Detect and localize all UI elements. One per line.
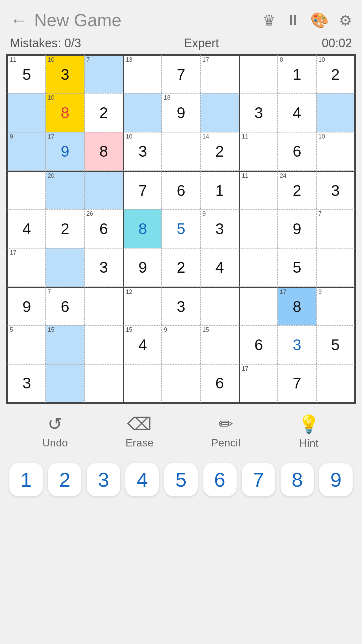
cell-r0c5[interactable]: 17 [200, 55, 239, 93]
num-button-6[interactable]: 6 [203, 463, 237, 496]
cell-r4c0[interactable]: 4 [7, 209, 46, 248]
cell-r6c8[interactable]: 9 [316, 287, 355, 325]
cell-r3c3[interactable]: 7 [123, 171, 162, 209]
cell-r3c0[interactable] [7, 171, 46, 209]
cell-r5c7[interactable]: 5 [278, 248, 316, 287]
pause-icon[interactable]: ⏸ [286, 12, 300, 29]
cell-r3c7[interactable]: 242 [278, 171, 316, 209]
settings-icon[interactable]: ⚙ [339, 12, 352, 29]
cell-r7c3[interactable]: 154 [123, 325, 162, 364]
cell-r7c8[interactable]: 5 [316, 325, 355, 364]
cell-r8c7[interactable]: 7 [278, 364, 316, 403]
cell-r0c3[interactable]: 13 [123, 55, 162, 93]
cell-r1c3[interactable] [123, 93, 162, 132]
cell-r0c6[interactable] [239, 55, 278, 93]
cell-r6c7[interactable]: 178 [278, 287, 316, 325]
cell-r8c4[interactable] [162, 364, 200, 403]
cell-r8c8[interactable] [316, 364, 355, 403]
cell-r4c3[interactable]: 8 [123, 209, 162, 248]
cell-r5c5[interactable]: 4 [200, 248, 239, 287]
cell-r2c3[interactable]: 103 [123, 132, 162, 171]
cell-r4c6[interactable] [239, 209, 278, 248]
cell-r7c2[interactable] [84, 325, 123, 364]
cell-r7c1[interactable]: 15 [46, 325, 84, 364]
cell-r3c8[interactable]: 3 [316, 171, 355, 209]
cell-r3c5[interactable]: 1 [200, 171, 239, 209]
cell-r2c1[interactable]: 179 [46, 132, 84, 171]
cell-r2c2[interactable]: 8 [84, 132, 123, 171]
cell-r2c0[interactable]: 9 [7, 132, 46, 171]
cell-r7c7[interactable]: 3 [278, 325, 316, 364]
cell-r7c4[interactable]: 9 [162, 325, 200, 364]
cell-r4c1[interactable]: 2 [46, 209, 84, 248]
cell-r7c0[interactable]: 5 [7, 325, 46, 364]
cell-r7c5[interactable]: 15 [200, 325, 239, 364]
num-button-2[interactable]: 2 [48, 463, 81, 496]
cell-r3c2[interactable] [84, 171, 123, 209]
cell-value: 2 [331, 67, 340, 82]
cell-r1c8[interactable] [316, 93, 355, 132]
cell-r0c8[interactable]: 102 [316, 55, 355, 93]
cell-r3c1[interactable]: 20 [46, 171, 84, 209]
cell-r8c3[interactable] [123, 364, 162, 403]
num-button-8[interactable]: 8 [281, 463, 314, 496]
cell-r6c0[interactable]: 9 [7, 287, 46, 325]
pencil-button[interactable]: ✏ Pencil [211, 414, 240, 449]
num-button-9[interactable]: 9 [319, 463, 353, 496]
cell-r4c4[interactable]: 5 [162, 209, 200, 248]
num-button-1[interactable]: 1 [9, 463, 43, 496]
num-button-4[interactable]: 4 [125, 463, 159, 496]
cell-r0c0[interactable]: 115 [7, 55, 46, 93]
num-button-7[interactable]: 7 [242, 463, 275, 496]
cell-r4c7[interactable]: 9 [278, 209, 316, 248]
cell-r5c2[interactable]: 3 [84, 248, 123, 287]
cell-r5c8[interactable] [316, 248, 355, 287]
cell-r2c5[interactable]: 142 [200, 132, 239, 171]
cell-r6c1[interactable]: 76 [46, 287, 84, 325]
hint-button[interactable]: 💡 Hint [298, 414, 320, 449]
cell-r4c5[interactable]: 93 [200, 209, 239, 248]
back-button[interactable]: ← [10, 11, 27, 29]
cell-r8c2[interactable] [84, 364, 123, 403]
cell-r3c6[interactable]: 11 [239, 171, 278, 209]
cell-r5c6[interactable] [239, 248, 278, 287]
num-button-3[interactable]: 3 [87, 463, 120, 496]
cell-r1c5[interactable] [200, 93, 239, 132]
cell-r2c8[interactable]: 10 [316, 132, 355, 171]
cell-r4c8[interactable]: 7 [316, 209, 355, 248]
cell-r6c5[interactable] [200, 287, 239, 325]
cell-r5c3[interactable]: 9 [123, 248, 162, 287]
cell-r1c0[interactable] [7, 93, 46, 132]
cell-r0c1[interactable]: 103 [46, 55, 84, 93]
cell-r5c4[interactable]: 2 [162, 248, 200, 287]
cell-r0c7[interactable]: 81 [278, 55, 316, 93]
cell-r5c1[interactable] [46, 248, 84, 287]
cell-r8c0[interactable]: 3 [7, 364, 46, 403]
cell-r2c7[interactable]: 6 [278, 132, 316, 171]
cell-r6c3[interactable]: 12 [123, 287, 162, 325]
cell-r1c7[interactable]: 4 [278, 93, 316, 132]
cell-r1c6[interactable]: 3 [239, 93, 278, 132]
cell-r1c2[interactable]: 2 [84, 93, 123, 132]
cell-r2c4[interactable] [162, 132, 200, 171]
cell-r6c6[interactable] [239, 287, 278, 325]
num-button-5[interactable]: 5 [164, 463, 198, 496]
cell-r8c1[interactable] [46, 364, 84, 403]
crown-icon[interactable]: ♛ [262, 12, 276, 29]
cell-r8c6[interactable]: 17 [239, 364, 278, 403]
cell-r0c2[interactable]: 7 [84, 55, 123, 93]
cell-r1c1[interactable]: 108 [46, 93, 84, 132]
cell-r4c2[interactable]: 266 [84, 209, 123, 248]
cell-r6c2[interactable] [84, 287, 123, 325]
theme-icon[interactable]: 🎨 [310, 11, 329, 29]
cell-r2c6[interactable]: 11 [239, 132, 278, 171]
cell-r7c6[interactable]: 6 [239, 325, 278, 364]
erase-button[interactable]: ⌫ Erase [125, 414, 154, 449]
cell-r8c5[interactable]: 6 [200, 364, 239, 403]
cell-r3c4[interactable]: 6 [162, 171, 200, 209]
undo-button[interactable]: ↺ Undo [42, 414, 68, 449]
cell-r1c4[interactable]: 189 [162, 93, 200, 132]
cell-r6c4[interactable]: 3 [162, 287, 200, 325]
cell-r5c0[interactable]: 17 [7, 248, 46, 287]
cell-r0c4[interactable]: 7 [162, 55, 200, 93]
